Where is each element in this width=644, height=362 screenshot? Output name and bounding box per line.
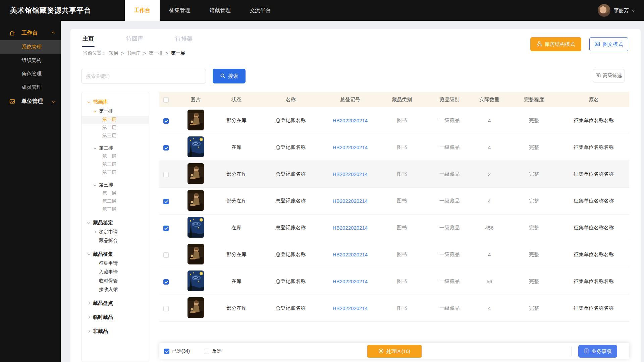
user-avatar[interactable]	[598, 4, 610, 17]
storage-structure-mode-button[interactable]: 库房结构模式	[530, 37, 581, 51]
tree-node-非藏品[interactable]: 非藏品	[82, 326, 149, 336]
cell-registration-number-link[interactable]: HB2022020214	[327, 225, 374, 231]
selected-checkbox-control[interactable]: 已选(34)	[164, 348, 190, 354]
row-checkbox[interactable]	[163, 306, 169, 311]
cell-registration-number-link[interactable]: HB2022020214	[327, 198, 374, 204]
nav-item-馆藏管理[interactable]: 馆藏管理	[200, 0, 240, 21]
tree-chevron-icon	[86, 101, 91, 103]
tree-node-第一排[interactable]: 第一排	[82, 107, 149, 116]
search-button[interactable]: 搜索	[213, 69, 246, 83]
sidebar-item-组织架构[interactable]: 组织架构	[0, 54, 61, 67]
chevron-icon	[52, 32, 55, 35]
row-checkbox[interactable]	[163, 118, 169, 124]
tree-node-鉴定申请[interactable]: 鉴定申请	[82, 228, 149, 236]
tree-chevron-icon	[92, 184, 97, 186]
sidebar-item-系统管理[interactable]: 系统管理	[0, 40, 61, 54]
classic-painting-thumbnail[interactable]	[187, 190, 204, 211]
chevron-down-icon	[632, 8, 635, 12]
classic-painting-thumbnail[interactable]	[187, 297, 204, 318]
tree-node-藏品征集[interactable]: 藏品征集	[82, 249, 149, 259]
breadcrumb-item-书画库[interactable]: 书画库	[126, 50, 141, 56]
cell-registration-number-link[interactable]: HB2022020214	[327, 118, 374, 123]
tree-node-第二层[interactable]: 第二层	[82, 124, 149, 132]
advanced-filter-button[interactable]: 高级筛选	[593, 69, 625, 82]
tree-node-第三层[interactable]: 第三层	[82, 169, 149, 177]
column-header-藏品类别: 藏品类别	[374, 97, 430, 103]
cell-registration-number-link[interactable]: HB2022020214	[327, 252, 374, 257]
classic-painting-thumbnail[interactable]	[187, 244, 204, 264]
invert-checkbox-control[interactable]: 反选	[204, 348, 221, 354]
cell-registration-number-link[interactable]: HB2022020214	[327, 279, 374, 284]
tree-node-第二排[interactable]: 第二排	[82, 144, 149, 153]
invert-selection-checkbox[interactable]	[204, 349, 209, 354]
image-text-icon	[595, 41, 600, 48]
tree-node-第一层[interactable]: 第一层	[82, 153, 149, 161]
selected-checkbox[interactable]	[164, 349, 169, 354]
cell-status: 部分在库	[218, 305, 255, 311]
graphic-mode-button[interactable]: 图文模式	[589, 37, 628, 51]
tree-node-入藏申请[interactable]: 入藏申请	[82, 268, 149, 277]
row-checkbox[interactable]	[163, 145, 169, 150]
cell-registration-number-link[interactable]: HB2022020214	[327, 144, 374, 150]
cell-integrity: 完整	[510, 278, 558, 285]
cell-registration-number-link[interactable]: HB2022020214	[327, 171, 374, 177]
cell-status: 在库	[218, 278, 255, 285]
cell-status: 在库	[218, 144, 255, 150]
nav-item-工作台[interactable]: 工作台	[125, 0, 160, 21]
starry-night-thumbnail[interactable]	[187, 217, 204, 238]
sidebar-group-单位管理[interactable]: 单位管理	[0, 94, 61, 109]
search-input[interactable]	[81, 69, 206, 83]
tree-node-第三排[interactable]: 第三排	[82, 181, 149, 189]
process-area-button[interactable]: 处理区(16)	[367, 345, 422, 358]
cell-origin: 征集单位名称名称	[558, 117, 629, 124]
sidebar-item-角色管理[interactable]: 角色管理	[0, 67, 61, 80]
tree-node-第一层[interactable]: 第一层	[82, 189, 149, 197]
top-navbar: 美术馆馆藏资源共享平台 工作台征集管理馆藏管理交流平台 李丽芳	[0, 0, 644, 21]
tree-node-书画库[interactable]: 书画库	[82, 97, 149, 107]
cell-registration-number-link[interactable]: HB2022020214	[327, 305, 374, 311]
row-checkbox[interactable]	[163, 226, 169, 231]
tree-chevron-icon	[86, 302, 91, 304]
row-checkbox[interactable]	[163, 172, 169, 177]
business-items-button[interactable]: 业务事项	[578, 345, 617, 358]
nav-item-交流平台[interactable]: 交流平台	[240, 0, 280, 21]
tab-主页[interactable]: 主页	[83, 35, 94, 47]
tree-node-临时保管[interactable]: 临时保管	[82, 277, 149, 285]
tree-node-藏品盘点[interactable]: 藏品盘点	[82, 298, 149, 308]
breadcrumb-item-第一排[interactable]: 第一排	[149, 50, 163, 56]
starry-night-thumbnail[interactable]	[187, 136, 204, 157]
tree-node-临时藏品[interactable]: 临时藏品	[82, 312, 149, 322]
app-title: 美术馆馆藏资源共享平台	[10, 6, 91, 15]
column-header-状态: 状态	[218, 97, 255, 103]
tree-node-第三层[interactable]: 第三层	[82, 205, 149, 214]
tree-node-第二层[interactable]: 第二层	[82, 161, 149, 169]
tab-待排架[interactable]: 待排架	[175, 35, 193, 47]
table-body: 部分在库 总登记账名称 HB2022020214 图书 一级藏品 4 完整 征集…	[159, 107, 629, 322]
breadcrumb-item-顶层[interactable]: 顶层	[109, 50, 118, 56]
user-menu[interactable]: 李丽芳	[598, 4, 635, 17]
classic-painting-thumbnail[interactable]	[187, 110, 204, 130]
starry-night-thumbnail[interactable]	[187, 270, 204, 291]
target-icon	[378, 348, 384, 355]
sidebar-group-工作台[interactable]: 工作台	[0, 25, 61, 40]
tab-待回库[interactable]: 待回库	[126, 35, 143, 47]
table-row: 部分在库 总登记账名称 HB2022020214 图书 一级藏品 4 完整 征集…	[159, 241, 629, 268]
tree-node-第三层[interactable]: 第三层	[82, 132, 149, 140]
cell-quantity: 2	[469, 171, 510, 177]
row-checkbox[interactable]	[163, 252, 169, 258]
cell-origin: 征集单位名称名称	[558, 171, 629, 177]
tree-chevron-icon	[86, 253, 91, 255]
nav-item-征集管理[interactable]: 征集管理	[160, 0, 200, 21]
classic-painting-thumbnail[interactable]	[187, 163, 204, 184]
row-checkbox[interactable]	[163, 199, 169, 204]
tree-node-第二层[interactable]: 第二层	[82, 197, 149, 205]
tree-node-藏品鉴定[interactable]: 藏品鉴定	[82, 218, 149, 228]
cell-category: 图书	[374, 117, 430, 124]
sidebar-item-成员管理[interactable]: 成员管理	[0, 80, 61, 94]
tree-node-第一层[interactable]: 第一层	[82, 116, 149, 124]
tree-node-接收入馆[interactable]: 接收入馆	[82, 285, 149, 294]
select-all-checkbox[interactable]	[163, 97, 169, 103]
row-checkbox[interactable]	[163, 279, 169, 285]
tree-node-藏品拆合[interactable]: 藏品拆合	[82, 236, 149, 245]
tree-node-征集申请[interactable]: 征集申请	[82, 259, 149, 268]
